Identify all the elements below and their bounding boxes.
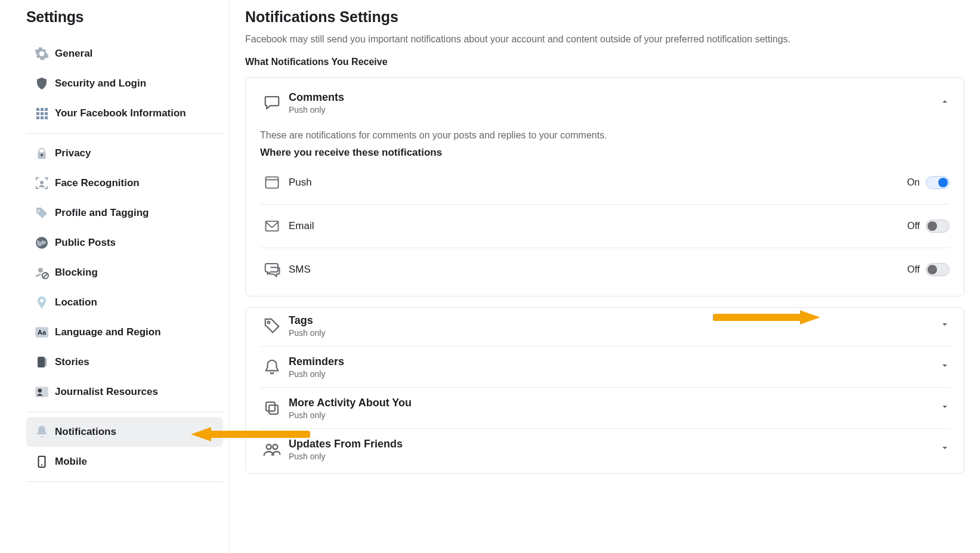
sidebar-item-label: Mobile — [55, 456, 87, 468]
sidebar-item-notifications[interactable]: Notifications — [26, 417, 223, 447]
category-title: Comments — [289, 91, 940, 104]
svg-text:Aa: Aa — [38, 329, 47, 336]
chevron-down-icon — [940, 361, 950, 373]
svg-point-31 — [273, 444, 277, 449]
svg-point-23 — [41, 464, 42, 465]
sidebar-item-stories[interactable]: Stories — [26, 347, 223, 377]
svg-rect-3 — [36, 112, 39, 115]
sms-icon — [260, 258, 284, 282]
category-text-block: More Activity About You Push only — [289, 397, 940, 420]
sidebar-divider — [26, 481, 223, 482]
section-header: What Notifications You Receive — [245, 57, 964, 67]
svg-line-14 — [44, 274, 47, 277]
svg-point-10 — [40, 181, 44, 184]
tag-icon — [32, 203, 51, 223]
svg-point-12 — [38, 268, 43, 273]
sidebar-item-fbinfo[interactable]: Your Facebook Information — [26, 98, 223, 128]
sidebar-item-face[interactable]: Face Recognition — [26, 168, 223, 198]
sidebar-item-label: Blocking — [55, 267, 98, 279]
svg-rect-18 — [38, 357, 45, 367]
sidebar-item-label: Face Recognition — [55, 177, 140, 189]
category-row-reminders[interactable]: Reminders Push only — [260, 346, 950, 387]
block-user-icon — [32, 263, 51, 282]
comments-description: These are notifications for comments on … — [260, 130, 950, 141]
channel-row-sms: SMS Off — [260, 248, 950, 285]
people-icon — [260, 437, 284, 461]
sidebar-item-privacy[interactable]: Privacy — [26, 138, 223, 168]
sidebar-item-profile[interactable]: Profile and Tagging — [26, 198, 223, 228]
svg-rect-4 — [41, 112, 44, 115]
category-subtitle: Push only — [289, 369, 940, 379]
email-icon — [260, 214, 284, 238]
chevron-down-icon — [940, 443, 950, 455]
bell-icon — [32, 422, 51, 441]
sidebar-item-label: Notifications — [55, 426, 116, 438]
browser-icon — [260, 171, 284, 194]
svg-rect-28 — [266, 402, 275, 411]
sidebar-item-label: Language and Region — [55, 326, 161, 338]
svg-rect-24 — [266, 177, 279, 189]
svg-rect-1 — [41, 108, 44, 111]
channel-row-email: Email Off — [260, 205, 950, 248]
svg-point-21 — [38, 389, 42, 393]
channel-label: Push — [289, 177, 907, 189]
comments-header-row[interactable]: Comments Push only — [260, 88, 950, 123]
sidebar-item-label: Public Posts — [55, 237, 116, 249]
svg-point-15 — [40, 299, 44, 302]
chevron-down-icon — [940, 320, 950, 332]
category-row-updates-friends[interactable]: Updates From Friends Push only — [260, 428, 950, 469]
gear-icon — [32, 44, 51, 63]
push-toggle[interactable] — [926, 176, 950, 189]
sidebar-item-location[interactable]: Location — [26, 288, 223, 317]
face-scan-icon — [32, 174, 51, 193]
category-text-block: Reminders Push only — [289, 356, 940, 379]
sidebar-item-journalist[interactable]: Journalist Resources — [26, 377, 223, 407]
channel-state: Off — [907, 221, 920, 231]
svg-point-30 — [267, 444, 271, 449]
svg-rect-2 — [45, 108, 48, 111]
copy-icon — [260, 396, 284, 420]
sidebar-group-1: Privacy Face Recognition Profile and Tag… — [26, 136, 223, 409]
newspaper-icon — [32, 382, 51, 401]
svg-rect-6 — [36, 116, 39, 119]
channel-state: Off — [907, 264, 920, 275]
comment-icon — [260, 91, 284, 115]
category-row-more-activity[interactable]: More Activity About You Push only — [260, 387, 950, 428]
sidebar-item-public[interactable]: Public Posts — [26, 228, 223, 258]
sidebar-item-label: Your Facebook Information — [55, 107, 186, 119]
shield-icon — [32, 74, 51, 93]
sidebar-item-mobile[interactable]: Mobile — [26, 447, 223, 477]
comments-card: Comments Push only These are notificatio… — [245, 77, 964, 296]
category-title: Reminders — [289, 356, 940, 368]
svg-rect-26 — [266, 221, 279, 231]
category-subtitle: Push only — [289, 328, 940, 338]
sidebar-item-blocking[interactable]: Blocking — [26, 258, 223, 288]
bell-outline-icon — [260, 355, 284, 379]
category-title: Tags — [289, 314, 940, 327]
svg-rect-7 — [41, 116, 44, 119]
svg-point-9 — [41, 154, 43, 156]
category-subtitle: Push only — [289, 105, 940, 115]
where-receive-title: Where you receive these notifications — [260, 147, 950, 159]
sidebar-title: Settings — [26, 8, 223, 26]
sms-toggle[interactable] — [926, 263, 950, 276]
category-subtitle: Push only — [289, 452, 940, 461]
category-row-tags[interactable]: Tags Push only — [260, 311, 950, 346]
sidebar-item-label: General — [55, 48, 92, 60]
chevron-down-icon — [940, 402, 950, 414]
other-categories-card: Tags Push only Reminders Push only — [245, 307, 964, 474]
category-text-block: Comments Push only — [289, 91, 940, 115]
category-title: More Activity About You — [289, 397, 940, 409]
stories-icon — [32, 353, 51, 372]
sidebar-item-general[interactable]: General — [26, 39, 223, 69]
svg-rect-29 — [269, 405, 278, 414]
svg-rect-8 — [45, 116, 48, 119]
category-text-block: Tags Push only — [289, 314, 940, 338]
email-toggle[interactable] — [926, 220, 950, 233]
sidebar-item-label: Stories — [55, 356, 89, 368]
sidebar-item-label: Profile and Tagging — [55, 207, 149, 219]
language-icon: Aa — [32, 323, 51, 342]
svg-rect-5 — [45, 112, 48, 115]
sidebar-item-security[interactable]: Security and Login — [26, 69, 223, 98]
sidebar-item-language[interactable]: Aa Language and Region — [26, 317, 223, 347]
